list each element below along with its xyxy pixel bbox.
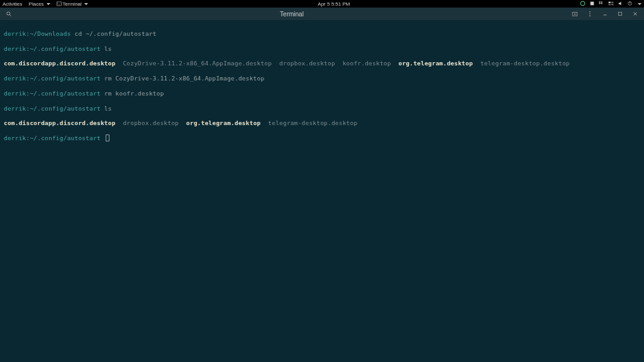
prompt: derrik:~/.config/autostart — [4, 134, 101, 141]
svg-rect-5 — [609, 4, 611, 5]
gnome-top-panel: Activities Places Terminal Apr 5 5:51 PM — [0, 0, 644, 8]
svg-point-14 — [589, 11, 591, 13]
terminal-line: derrik:~/.config/autostart — [4, 134, 640, 142]
svg-rect-2 — [591, 1, 594, 5]
prompt: derrik:~/.config/autostart — [4, 45, 101, 52]
terminal-cursor — [106, 134, 109, 141]
search-button[interactable] — [5, 11, 13, 17]
activities-label: Activities — [3, 1, 23, 7]
volume-icon[interactable] — [618, 1, 623, 8]
terminal-line: derrik:~/.config/autostart rm CozyDrive-… — [4, 75, 640, 82]
command-text — [101, 134, 104, 141]
clock-label: Apr 5 5:51 PM — [318, 1, 350, 7]
prompt: derrik:~/Downloads — [4, 30, 71, 37]
svg-point-16 — [589, 15, 591, 16]
svg-point-1 — [580, 1, 585, 6]
terminal-menu[interactable]: Terminal — [57, 1, 88, 7]
svg-point-9 — [7, 12, 10, 15]
activities-button[interactable]: Activities — [3, 1, 23, 7]
places-label: Places — [29, 1, 44, 7]
close-button[interactable] — [631, 11, 639, 17]
search-icon — [6, 11, 12, 17]
workspace-icon[interactable] — [608, 1, 614, 8]
prompt: derrik:~/.config/autostart — [4, 90, 101, 97]
terminal-label: Terminal — [63, 1, 82, 7]
window-titlebar: Terminal — [0, 8, 644, 20]
panel-right — [580, 1, 641, 8]
maximize-button[interactable] — [616, 11, 624, 17]
terminal-line: derrik:~/Downloads cd ~/.config/autostar… — [4, 30, 640, 38]
command-text: cd ~/.config/autostart — [71, 30, 157, 37]
maximize-icon — [617, 11, 623, 17]
titlebar-right — [571, 11, 639, 17]
terminal-line: derrik:~/.config/autostart ls — [4, 45, 640, 53]
ls-output: com.discordapp.discord.desktop — [4, 60, 116, 67]
dropbox-tray-icon[interactable] — [580, 1, 586, 8]
kebab-menu-icon — [587, 11, 593, 17]
ls-output: org.telegram.desktop — [186, 119, 260, 126]
command-text: rm koofr.desktop — [101, 90, 164, 97]
chevron-down-icon — [638, 3, 641, 5]
ls-output: com.discordapp.discord.desktop — [4, 119, 116, 126]
menu-button[interactable] — [586, 11, 594, 17]
command-text: rm CozyDrive-3.11.2-x86_64.AppImage.desk… — [101, 75, 264, 82]
window-title-label: Terminal — [280, 11, 304, 18]
new-tab-button[interactable] — [571, 11, 579, 17]
svg-rect-0 — [57, 2, 61, 6]
command-text: ls — [101, 45, 112, 52]
svg-point-15 — [589, 13, 591, 14]
places-menu[interactable]: Places — [29, 1, 50, 7]
terminal-app-icon — [57, 1, 62, 6]
terminal-line: com.discordapp.discord.desktop CozyDrive… — [4, 60, 640, 67]
prompt: derrik:~/.config/autostart — [4, 75, 101, 82]
window-title: Terminal — [13, 11, 571, 18]
svg-rect-3 — [609, 1, 611, 3]
terminal-viewport[interactable]: derrik:~/Downloads cd ~/.config/autostar… — [0, 20, 644, 152]
panel-left: Activities Places Terminal — [3, 1, 88, 7]
terminal-line: derrik:~/.config/autostart rm koofr.desk… — [4, 90, 640, 97]
ls-output: dropbox.desktop — [116, 119, 186, 126]
close-icon — [632, 11, 638, 17]
minimize-button[interactable] — [601, 11, 609, 17]
terminal-line: derrik:~/.config/autostart ls — [4, 105, 640, 112]
power-icon[interactable] — [627, 1, 633, 8]
minimize-icon — [602, 11, 608, 17]
ls-output: telegram-desktop.desktop — [260, 119, 357, 126]
chevron-down-icon — [47, 3, 50, 5]
new-tab-icon — [572, 11, 578, 17]
svg-rect-6 — [611, 4, 613, 5]
ls-output: CozyDrive-3.11.2-x86_64.AppImage.desktop… — [116, 60, 399, 67]
clock[interactable]: Apr 5 5:51 PM — [88, 1, 580, 7]
ls-output: org.telegram.desktop — [398, 60, 472, 67]
svg-rect-18 — [619, 13, 622, 16]
svg-rect-4 — [611, 1, 613, 3]
ls-output: telegram-desktop.desktop — [473, 60, 570, 67]
command-text: ls — [101, 105, 112, 112]
dropbox-icon[interactable] — [599, 1, 604, 8]
tray-icon[interactable] — [589, 1, 595, 8]
terminal-line: com.discordapp.discord.desktop dropbox.d… — [4, 119, 640, 127]
titlebar-left — [5, 11, 13, 17]
svg-line-10 — [9, 14, 11, 16]
prompt: derrik:~/.config/autostart — [4, 105, 101, 112]
